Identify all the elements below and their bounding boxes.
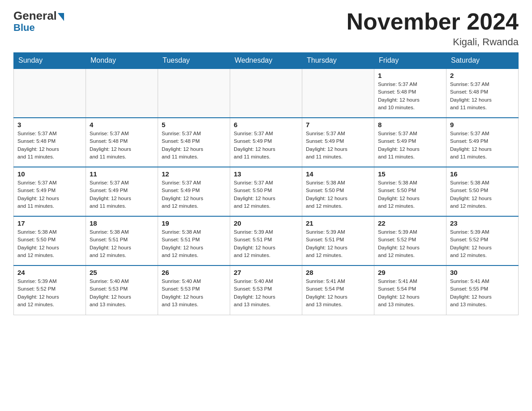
- calendar-cell: 21Sunrise: 5:39 AMSunset: 5:51 PMDayligh…: [302, 216, 374, 265]
- calendar-cell: 4Sunrise: 5:37 AMSunset: 5:48 PMDaylight…: [86, 118, 158, 167]
- weekday-header: Monday: [86, 53, 158, 69]
- weekday-header: Thursday: [302, 53, 374, 69]
- calendar-cell: 5Sunrise: 5:37 AMSunset: 5:48 PMDaylight…: [158, 118, 230, 167]
- calendar-cell: 9Sunrise: 5:37 AMSunset: 5:49 PMDaylight…: [446, 118, 519, 167]
- day-number: 14: [306, 170, 370, 178]
- day-number: 26: [162, 269, 226, 276]
- day-number: 5: [162, 121, 226, 128]
- calendar-cell: 28Sunrise: 5:41 AMSunset: 5:54 PMDayligh…: [302, 265, 374, 315]
- day-number: 29: [378, 269, 442, 276]
- calendar-cell: 3Sunrise: 5:37 AMSunset: 5:48 PMDaylight…: [14, 118, 86, 167]
- day-number: 6: [234, 121, 298, 128]
- logo-blue-text: Blue: [13, 22, 35, 34]
- day-number: 8: [378, 121, 442, 128]
- day-info: Sunrise: 5:40 AMSunset: 5:53 PMDaylight:…: [162, 278, 226, 308]
- day-info: Sunrise: 5:37 AMSunset: 5:50 PMDaylight:…: [234, 179, 298, 210]
- calendar-cell: 22Sunrise: 5:39 AMSunset: 5:52 PMDayligh…: [374, 216, 446, 265]
- calendar-cell: [86, 68, 158, 118]
- day-info: Sunrise: 5:38 AMSunset: 5:50 PMDaylight:…: [306, 179, 370, 210]
- day-info: Sunrise: 5:38 AMSunset: 5:51 PMDaylight:…: [90, 228, 154, 259]
- day-info: Sunrise: 5:37 AMSunset: 5:49 PMDaylight:…: [234, 130, 298, 161]
- calendar-cell: 24Sunrise: 5:39 AMSunset: 5:52 PMDayligh…: [14, 265, 86, 315]
- day-info: Sunrise: 5:39 AMSunset: 5:51 PMDaylight:…: [234, 228, 298, 259]
- day-info: Sunrise: 5:37 AMSunset: 5:49 PMDaylight:…: [17, 179, 82, 210]
- weekday-header: Friday: [374, 53, 446, 69]
- calendar-cell: 27Sunrise: 5:40 AMSunset: 5:53 PMDayligh…: [230, 265, 302, 315]
- day-info: Sunrise: 5:39 AMSunset: 5:52 PMDaylight:…: [378, 228, 442, 259]
- calendar-cell: [230, 68, 302, 118]
- day-number: 30: [450, 269, 515, 276]
- day-number: 1: [378, 72, 442, 79]
- calendar-cell: 18Sunrise: 5:38 AMSunset: 5:51 PMDayligh…: [86, 216, 158, 265]
- day-info: Sunrise: 5:37 AMSunset: 5:48 PMDaylight:…: [450, 81, 515, 111]
- logo-arrow-icon: [58, 13, 64, 21]
- day-info: Sunrise: 5:38 AMSunset: 5:50 PMDaylight:…: [378, 179, 442, 210]
- day-number: 21: [306, 219, 370, 227]
- day-info: Sunrise: 5:40 AMSunset: 5:53 PMDaylight:…: [90, 278, 154, 308]
- calendar-cell: 2Sunrise: 5:37 AMSunset: 5:48 PMDaylight…: [446, 68, 519, 118]
- calendar-header-row: SundayMondayTuesdayWednesdayThursdayFrid…: [14, 53, 519, 69]
- calendar-cell: 1Sunrise: 5:37 AMSunset: 5:48 PMDaylight…: [374, 68, 446, 118]
- day-info: Sunrise: 5:39 AMSunset: 5:51 PMDaylight:…: [306, 228, 370, 259]
- day-number: 9: [450, 121, 515, 128]
- day-number: 7: [306, 121, 370, 128]
- day-number: 27: [234, 269, 298, 276]
- day-info: Sunrise: 5:37 AMSunset: 5:48 PMDaylight:…: [17, 130, 82, 161]
- calendar-cell: 26Sunrise: 5:40 AMSunset: 5:53 PMDayligh…: [158, 265, 230, 315]
- weekday-header: Tuesday: [158, 53, 230, 69]
- day-number: 22: [378, 219, 442, 227]
- calendar-cell: 12Sunrise: 5:37 AMSunset: 5:49 PMDayligh…: [158, 167, 230, 216]
- day-info: Sunrise: 5:41 AMSunset: 5:55 PMDaylight:…: [450, 278, 515, 308]
- day-info: Sunrise: 5:37 AMSunset: 5:49 PMDaylight:…: [378, 130, 442, 161]
- logo-general-text: General: [13, 9, 57, 23]
- calendar-cell: 29Sunrise: 5:41 AMSunset: 5:54 PMDayligh…: [374, 265, 446, 315]
- calendar-cell: 11Sunrise: 5:37 AMSunset: 5:49 PMDayligh…: [86, 167, 158, 216]
- calendar-cell: 15Sunrise: 5:38 AMSunset: 5:50 PMDayligh…: [374, 167, 446, 216]
- day-number: 28: [306, 269, 370, 276]
- day-info: Sunrise: 5:37 AMSunset: 5:49 PMDaylight:…: [162, 179, 226, 210]
- day-number: 18: [90, 219, 154, 227]
- day-number: 11: [90, 170, 154, 178]
- day-number: 23: [450, 219, 515, 227]
- day-info: Sunrise: 5:37 AMSunset: 5:48 PMDaylight:…: [162, 130, 226, 161]
- calendar-cell: 14Sunrise: 5:38 AMSunset: 5:50 PMDayligh…: [302, 167, 374, 216]
- day-number: 12: [162, 170, 226, 178]
- calendar-cell: 8Sunrise: 5:37 AMSunset: 5:49 PMDaylight…: [374, 118, 446, 167]
- location: Kigali, Rwanda: [347, 36, 519, 48]
- calendar-cell: [14, 68, 86, 118]
- calendar-cell: 25Sunrise: 5:40 AMSunset: 5:53 PMDayligh…: [86, 265, 158, 315]
- calendar-week-row: 24Sunrise: 5:39 AMSunset: 5:52 PMDayligh…: [14, 265, 519, 315]
- calendar-cell: [302, 68, 374, 118]
- calendar-table: SundayMondayTuesdayWednesdayThursdayFrid…: [13, 52, 519, 315]
- calendar-cell: 16Sunrise: 5:38 AMSunset: 5:50 PMDayligh…: [446, 167, 519, 216]
- day-number: 24: [17, 269, 82, 276]
- day-info: Sunrise: 5:37 AMSunset: 5:49 PMDaylight:…: [90, 179, 154, 210]
- calendar-week-row: 1Sunrise: 5:37 AMSunset: 5:48 PMDaylight…: [14, 68, 519, 118]
- day-info: Sunrise: 5:41 AMSunset: 5:54 PMDaylight:…: [306, 278, 370, 308]
- calendar-cell: 13Sunrise: 5:37 AMSunset: 5:50 PMDayligh…: [230, 167, 302, 216]
- logo: General Blue: [13, 9, 65, 34]
- calendar-cell: 20Sunrise: 5:39 AMSunset: 5:51 PMDayligh…: [230, 216, 302, 265]
- day-number: 17: [17, 219, 82, 227]
- weekday-header: Sunday: [14, 53, 86, 69]
- day-info: Sunrise: 5:38 AMSunset: 5:50 PMDaylight:…: [17, 228, 82, 259]
- day-info: Sunrise: 5:40 AMSunset: 5:53 PMDaylight:…: [234, 278, 298, 308]
- month-title: November 2024: [347, 9, 519, 34]
- day-number: 25: [90, 269, 154, 276]
- day-number: 4: [90, 121, 154, 128]
- calendar-cell: 6Sunrise: 5:37 AMSunset: 5:49 PMDaylight…: [230, 118, 302, 167]
- day-info: Sunrise: 5:37 AMSunset: 5:49 PMDaylight:…: [450, 130, 515, 161]
- calendar-cell: 19Sunrise: 5:38 AMSunset: 5:51 PMDayligh…: [158, 216, 230, 265]
- day-info: Sunrise: 5:41 AMSunset: 5:54 PMDaylight:…: [378, 278, 442, 308]
- calendar-cell: [158, 68, 230, 118]
- calendar-week-row: 10Sunrise: 5:37 AMSunset: 5:49 PMDayligh…: [14, 167, 519, 216]
- day-number: 3: [17, 121, 82, 128]
- day-info: Sunrise: 5:37 AMSunset: 5:48 PMDaylight:…: [378, 81, 442, 111]
- day-info: Sunrise: 5:39 AMSunset: 5:52 PMDaylight:…: [450, 228, 515, 259]
- weekday-header: Saturday: [446, 53, 519, 69]
- calendar-cell: 23Sunrise: 5:39 AMSunset: 5:52 PMDayligh…: [446, 216, 519, 265]
- day-info: Sunrise: 5:37 AMSunset: 5:48 PMDaylight:…: [90, 130, 154, 161]
- day-number: 16: [450, 170, 515, 178]
- calendar-cell: 7Sunrise: 5:37 AMSunset: 5:49 PMDaylight…: [302, 118, 374, 167]
- title-section: November 2024 Kigali, Rwanda: [347, 9, 519, 48]
